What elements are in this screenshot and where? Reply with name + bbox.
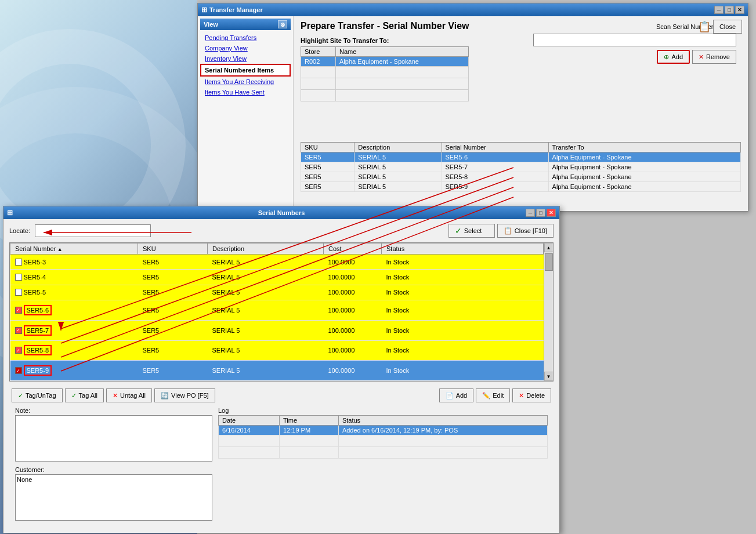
row-checkbox[interactable]: ✓ xyxy=(15,347,22,354)
tag-all-button[interactable]: ✓ Tag All xyxy=(65,388,104,402)
description-header: Description xyxy=(355,143,442,152)
name-col-header: Name xyxy=(335,47,468,57)
table-scrollbar[interactable]: ▲ ▼ xyxy=(544,243,553,381)
table-row[interactable]: SER5 SERIAL 5 SER5-9 Alpha Equipment - S… xyxy=(301,182,741,192)
sn-cost-header[interactable]: Cost xyxy=(324,244,382,255)
sku-cell: SER5 xyxy=(138,300,208,321)
serial-dialog-title: Serial Numbers xyxy=(258,209,305,216)
customer-label: Customer: xyxy=(15,466,212,473)
desc-cell: SERIAL 5 xyxy=(208,300,324,321)
view-collapse-button[interactable]: ⊗ xyxy=(278,20,287,28)
row-checkbox[interactable]: ✓ xyxy=(15,327,22,334)
minimize-button[interactable]: ─ xyxy=(714,6,724,14)
sn-serial-header[interactable]: Serial Number xyxy=(10,244,138,255)
sidebar-item-inventory-view[interactable]: Inventory View xyxy=(200,53,291,64)
titlebar-controls: ─ □ ✕ xyxy=(714,6,744,14)
sidebar-item-company-view[interactable]: Company View xyxy=(200,43,291,53)
row-checkbox[interactable] xyxy=(15,289,22,296)
scroll-up-button[interactable]: ▲ xyxy=(544,243,554,252)
row-checkbox[interactable] xyxy=(15,274,22,281)
transfer-cell: Alpha Equipment - Spokane xyxy=(548,152,740,162)
log-row-empty xyxy=(219,435,548,447)
sn-status-header[interactable]: Status xyxy=(382,244,544,255)
cost-cell: 100.0000 xyxy=(324,320,382,340)
table-row[interactable]: ✓ SER5-8 SER5 SERIAL 5 100.0000 In Stock xyxy=(10,340,544,361)
cost-cell: 100.0000 xyxy=(324,285,382,300)
maximize-button[interactable]: □ xyxy=(725,6,734,14)
row-checkbox[interactable]: ✓ xyxy=(15,307,22,314)
table-row[interactable]: SER5-3 SER5 SERIAL 5 100.0000 In Stock xyxy=(10,255,544,270)
log-date-cell: 6/16/2014 xyxy=(219,426,280,435)
desc-cell: SERIAL 5 xyxy=(355,182,442,192)
edit-icon: ✏️ xyxy=(482,392,490,399)
sidebar-item-serial-numbered[interactable]: Serial Numbered Items xyxy=(200,64,291,77)
edit-serial-button[interactable]: ✏️ Edit xyxy=(476,388,510,402)
store-row[interactable]: R002 Alpha Equipment - Spokane xyxy=(301,57,469,67)
cost-cell: 100.0000 xyxy=(324,270,382,285)
sku-header: SKU xyxy=(301,143,355,152)
sidebar-item-pending-transfers[interactable]: Pending Transfers xyxy=(200,32,291,43)
desc-cell: SERIAL 5 xyxy=(355,152,442,162)
note-textarea[interactable] xyxy=(15,415,212,462)
sidebar-item-receiving[interactable]: Items You Are Receiving xyxy=(200,77,291,87)
table-row[interactable]: SER5 SERIAL 5 SER5-8 Alpha Equipment - S… xyxy=(301,172,741,182)
note-section: Note: Customer: None xyxy=(15,407,212,521)
table-row[interactable]: SER5-5 SER5 SERIAL 5 100.0000 In Stock xyxy=(10,285,544,300)
sidebar-item-sent[interactable]: Items You Have Sent xyxy=(200,87,291,97)
dialog-titlebar-icon: ⊞ xyxy=(7,209,13,217)
table-row[interactable]: SER5 SERIAL 5 SER5-6 Alpha Equipment - S… xyxy=(301,152,741,162)
row-checkbox[interactable] xyxy=(15,259,22,266)
titlebar-icon: ⊞ xyxy=(201,6,207,14)
add-icon: ⊕ xyxy=(664,53,669,61)
sn-cell: ✓ SER5-8 xyxy=(10,340,138,361)
untag-all-button[interactable]: ✕ Untag All xyxy=(106,388,152,402)
view-panel-header: View ⊗ xyxy=(200,19,291,30)
dialog-minimize-button[interactable]: ─ xyxy=(526,209,535,217)
log-table: Date Time Status 6/16/2014 12:19 PM Adde… xyxy=(218,415,548,459)
close-x-button[interactable]: ✕ xyxy=(735,6,744,14)
dialog-maximize-button[interactable]: □ xyxy=(536,209,545,217)
scroll-thumb[interactable] xyxy=(545,253,553,271)
serial-numbers-table: Serial Number SKU Description Cost Statu… xyxy=(10,243,544,381)
sku-cell: SER5 xyxy=(138,270,208,285)
tag-untag-button[interactable]: ✓ Tag/UnTag xyxy=(12,388,63,402)
transfer-manager-titlebar: ⊞ Transfer Manager ─ □ ✕ xyxy=(198,3,748,16)
dialog-close-x-button[interactable]: ✕ xyxy=(547,209,556,217)
table-row[interactable]: SER5-4 SER5 SERIAL 5 100.0000 In Stock xyxy=(10,270,544,285)
action-buttons: ⊕ Add ✕ Remove xyxy=(657,50,736,64)
add-button[interactable]: ⊕ Add xyxy=(657,50,690,64)
scroll-down-button[interactable]: ▼ xyxy=(544,372,554,381)
table-row[interactable]: ✓ SER5-6 SER5 SERIAL 5 100.0000 In Stock xyxy=(10,300,544,321)
log-status-header: Status xyxy=(338,416,547,426)
store-row-empty xyxy=(301,67,469,78)
note-log-area: Note: Customer: None Log Date Time Statu… xyxy=(9,407,554,521)
main-content: Prepare Transfer - Serial Number View Hi… xyxy=(294,16,748,211)
select-button[interactable]: ✓ Select xyxy=(448,224,495,238)
row-checkbox[interactable]: ✓ xyxy=(15,367,22,374)
delete-serial-button[interactable]: ✕ Delete xyxy=(512,388,551,402)
close-f10-button[interactable]: 📋 Close [F10] xyxy=(497,224,554,238)
log-row-empty2 xyxy=(219,447,548,459)
add-serial-button[interactable]: 📄 Add xyxy=(439,388,474,402)
sn-desc-header[interactable]: Description xyxy=(208,244,324,255)
close-button[interactable]: Close xyxy=(713,20,742,34)
close-icon: 📋 xyxy=(698,20,711,33)
table-row[interactable]: ✓ SER5-7 SER5 SERIAL 5 100.0000 In Stock xyxy=(10,320,544,340)
remove-button[interactable]: ✕ Remove xyxy=(692,50,736,64)
serial-transfer-table: SKU Description Serial Number Transfer T… xyxy=(301,142,741,192)
transfer-cell: Alpha Equipment - Spokane xyxy=(548,172,740,182)
table-row[interactable]: SER5 SERIAL 5 SER5-7 Alpha Equipment - S… xyxy=(301,162,741,172)
serial-cell: SER5-6 xyxy=(442,152,548,162)
table-row[interactable]: ✓ SER5-9 SER5 SERIAL 5 100.0000 In Stock xyxy=(10,361,544,381)
locate-input[interactable] xyxy=(35,224,151,237)
log-row[interactable]: 6/16/2014 12:19 PM Added on 6/16/2014, 1… xyxy=(219,426,548,435)
serial-list-container: Serial Number SKU Description Cost Statu… xyxy=(9,242,554,382)
serial-numbers-dialog: ⊞ Serial Numbers ─ □ ✕ Locate: ✓ Select … xyxy=(3,206,560,533)
scan-serial-input[interactable] xyxy=(533,34,736,46)
serial-dialog-controls: ─ □ ✕ xyxy=(526,209,556,217)
locate-buttons: ✓ Select 📋 Close [F10] xyxy=(448,224,554,238)
serial-cell: SER5-8 xyxy=(442,172,548,182)
sn-cell: SER5-5 xyxy=(10,285,138,300)
view-po-button[interactable]: 🔄 View PO [F5] xyxy=(154,388,215,402)
sn-sku-header[interactable]: SKU xyxy=(138,244,208,255)
